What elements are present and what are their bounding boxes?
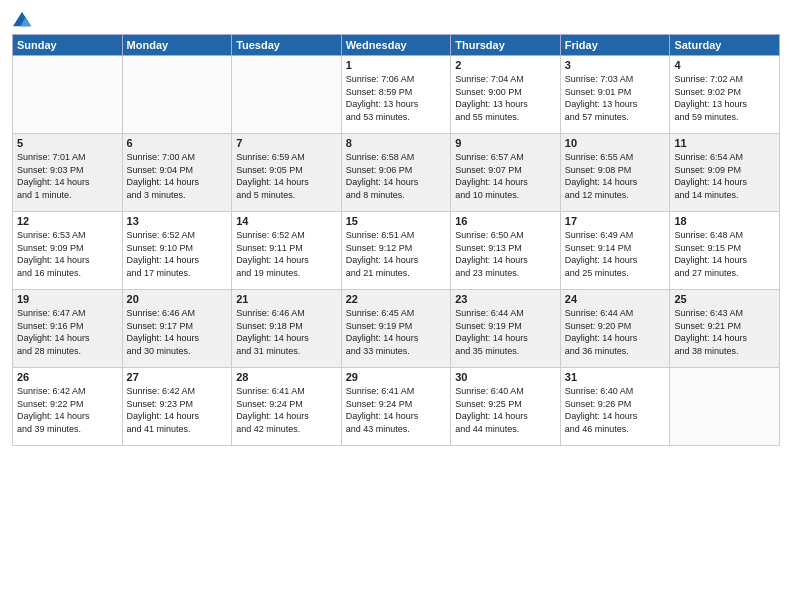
calendar-cell: 25Sunrise: 6:43 AMSunset: 9:21 PMDayligh… (670, 290, 780, 368)
day-info: Sunrise: 7:06 AMSunset: 8:59 PMDaylight:… (346, 73, 447, 123)
day-number: 12 (17, 215, 118, 227)
day-info: Sunrise: 6:53 AMSunset: 9:09 PMDaylight:… (17, 229, 118, 279)
day-info: Sunrise: 6:44 AMSunset: 9:20 PMDaylight:… (565, 307, 666, 357)
day-info: Sunrise: 6:40 AMSunset: 9:26 PMDaylight:… (565, 385, 666, 435)
day-info: Sunrise: 7:02 AMSunset: 9:02 PMDaylight:… (674, 73, 775, 123)
day-number: 26 (17, 371, 118, 383)
day-info: Sunrise: 6:44 AMSunset: 9:19 PMDaylight:… (455, 307, 556, 357)
day-info: Sunrise: 6:54 AMSunset: 9:09 PMDaylight:… (674, 151, 775, 201)
weekday-header-tuesday: Tuesday (232, 35, 342, 56)
calendar-cell: 6Sunrise: 7:00 AMSunset: 9:04 PMDaylight… (122, 134, 232, 212)
header (12, 10, 780, 28)
day-number: 22 (346, 293, 447, 305)
day-info: Sunrise: 6:52 AMSunset: 9:11 PMDaylight:… (236, 229, 337, 279)
calendar-cell: 16Sunrise: 6:50 AMSunset: 9:13 PMDayligh… (451, 212, 561, 290)
calendar-cell: 7Sunrise: 6:59 AMSunset: 9:05 PMDaylight… (232, 134, 342, 212)
day-number: 20 (127, 293, 228, 305)
calendar-cell: 24Sunrise: 6:44 AMSunset: 9:20 PMDayligh… (560, 290, 670, 368)
calendar-cell: 17Sunrise: 6:49 AMSunset: 9:14 PMDayligh… (560, 212, 670, 290)
day-number: 24 (565, 293, 666, 305)
calendar-week-1: 5Sunrise: 7:01 AMSunset: 9:03 PMDaylight… (13, 134, 780, 212)
day-number: 16 (455, 215, 556, 227)
calendar-cell: 19Sunrise: 6:47 AMSunset: 9:16 PMDayligh… (13, 290, 123, 368)
calendar-cell: 11Sunrise: 6:54 AMSunset: 9:09 PMDayligh… (670, 134, 780, 212)
day-number: 27 (127, 371, 228, 383)
day-info: Sunrise: 6:42 AMSunset: 9:22 PMDaylight:… (17, 385, 118, 435)
calendar-cell (670, 368, 780, 446)
day-info: Sunrise: 6:55 AMSunset: 9:08 PMDaylight:… (565, 151, 666, 201)
calendar-week-4: 26Sunrise: 6:42 AMSunset: 9:22 PMDayligh… (13, 368, 780, 446)
day-info: Sunrise: 6:52 AMSunset: 9:10 PMDaylight:… (127, 229, 228, 279)
day-number: 15 (346, 215, 447, 227)
calendar-header-row: SundayMondayTuesdayWednesdayThursdayFrid… (13, 35, 780, 56)
calendar-cell: 20Sunrise: 6:46 AMSunset: 9:17 PMDayligh… (122, 290, 232, 368)
day-info: Sunrise: 6:42 AMSunset: 9:23 PMDaylight:… (127, 385, 228, 435)
calendar-week-2: 12Sunrise: 6:53 AMSunset: 9:09 PMDayligh… (13, 212, 780, 290)
day-info: Sunrise: 6:49 AMSunset: 9:14 PMDaylight:… (565, 229, 666, 279)
day-number: 6 (127, 137, 228, 149)
day-info: Sunrise: 6:41 AMSunset: 9:24 PMDaylight:… (346, 385, 447, 435)
calendar-cell: 2Sunrise: 7:04 AMSunset: 9:00 PMDaylight… (451, 56, 561, 134)
day-info: Sunrise: 7:01 AMSunset: 9:03 PMDaylight:… (17, 151, 118, 201)
day-number: 30 (455, 371, 556, 383)
calendar-cell: 12Sunrise: 6:53 AMSunset: 9:09 PMDayligh… (13, 212, 123, 290)
weekday-header-friday: Friday (560, 35, 670, 56)
calendar-cell: 22Sunrise: 6:45 AMSunset: 9:19 PMDayligh… (341, 290, 451, 368)
day-info: Sunrise: 6:46 AMSunset: 9:17 PMDaylight:… (127, 307, 228, 357)
day-info: Sunrise: 6:43 AMSunset: 9:21 PMDaylight:… (674, 307, 775, 357)
weekday-header-thursday: Thursday (451, 35, 561, 56)
calendar-cell: 5Sunrise: 7:01 AMSunset: 9:03 PMDaylight… (13, 134, 123, 212)
day-number: 13 (127, 215, 228, 227)
calendar-cell (232, 56, 342, 134)
day-number: 19 (17, 293, 118, 305)
calendar-cell: 1Sunrise: 7:06 AMSunset: 8:59 PMDaylight… (341, 56, 451, 134)
day-info: Sunrise: 6:45 AMSunset: 9:19 PMDaylight:… (346, 307, 447, 357)
calendar-week-0: 1Sunrise: 7:06 AMSunset: 8:59 PMDaylight… (13, 56, 780, 134)
calendar-cell: 31Sunrise: 6:40 AMSunset: 9:26 PMDayligh… (560, 368, 670, 446)
calendar-cell: 23Sunrise: 6:44 AMSunset: 9:19 PMDayligh… (451, 290, 561, 368)
day-info: Sunrise: 7:04 AMSunset: 9:00 PMDaylight:… (455, 73, 556, 123)
day-info: Sunrise: 6:48 AMSunset: 9:15 PMDaylight:… (674, 229, 775, 279)
day-number: 23 (455, 293, 556, 305)
day-number: 4 (674, 59, 775, 71)
calendar-cell: 3Sunrise: 7:03 AMSunset: 9:01 PMDaylight… (560, 56, 670, 134)
day-info: Sunrise: 6:59 AMSunset: 9:05 PMDaylight:… (236, 151, 337, 201)
day-number: 7 (236, 137, 337, 149)
calendar-cell: 21Sunrise: 6:46 AMSunset: 9:18 PMDayligh… (232, 290, 342, 368)
day-number: 31 (565, 371, 666, 383)
calendar-cell: 29Sunrise: 6:41 AMSunset: 9:24 PMDayligh… (341, 368, 451, 446)
day-info: Sunrise: 6:51 AMSunset: 9:12 PMDaylight:… (346, 229, 447, 279)
day-info: Sunrise: 7:03 AMSunset: 9:01 PMDaylight:… (565, 73, 666, 123)
calendar-cell: 26Sunrise: 6:42 AMSunset: 9:22 PMDayligh… (13, 368, 123, 446)
calendar-cell (13, 56, 123, 134)
day-number: 28 (236, 371, 337, 383)
day-number: 18 (674, 215, 775, 227)
day-number: 10 (565, 137, 666, 149)
calendar-cell (122, 56, 232, 134)
page-container: SundayMondayTuesdayWednesdayThursdayFrid… (0, 0, 792, 454)
day-info: Sunrise: 6:46 AMSunset: 9:18 PMDaylight:… (236, 307, 337, 357)
day-number: 5 (17, 137, 118, 149)
day-number: 14 (236, 215, 337, 227)
day-number: 3 (565, 59, 666, 71)
day-number: 11 (674, 137, 775, 149)
day-number: 1 (346, 59, 447, 71)
calendar-cell: 9Sunrise: 6:57 AMSunset: 9:07 PMDaylight… (451, 134, 561, 212)
day-info: Sunrise: 6:58 AMSunset: 9:06 PMDaylight:… (346, 151, 447, 201)
day-info: Sunrise: 7:00 AMSunset: 9:04 PMDaylight:… (127, 151, 228, 201)
calendar-cell: 28Sunrise: 6:41 AMSunset: 9:24 PMDayligh… (232, 368, 342, 446)
weekday-header-wednesday: Wednesday (341, 35, 451, 56)
calendar-cell: 13Sunrise: 6:52 AMSunset: 9:10 PMDayligh… (122, 212, 232, 290)
calendar-cell: 4Sunrise: 7:02 AMSunset: 9:02 PMDaylight… (670, 56, 780, 134)
calendar-cell: 27Sunrise: 6:42 AMSunset: 9:23 PMDayligh… (122, 368, 232, 446)
day-number: 25 (674, 293, 775, 305)
day-number: 17 (565, 215, 666, 227)
day-number: 29 (346, 371, 447, 383)
day-info: Sunrise: 6:57 AMSunset: 9:07 PMDaylight:… (455, 151, 556, 201)
weekday-header-monday: Monday (122, 35, 232, 56)
day-info: Sunrise: 6:50 AMSunset: 9:13 PMDaylight:… (455, 229, 556, 279)
calendar-cell: 10Sunrise: 6:55 AMSunset: 9:08 PMDayligh… (560, 134, 670, 212)
weekday-header-saturday: Saturday (670, 35, 780, 56)
day-number: 8 (346, 137, 447, 149)
calendar-cell: 8Sunrise: 6:58 AMSunset: 9:06 PMDaylight… (341, 134, 451, 212)
